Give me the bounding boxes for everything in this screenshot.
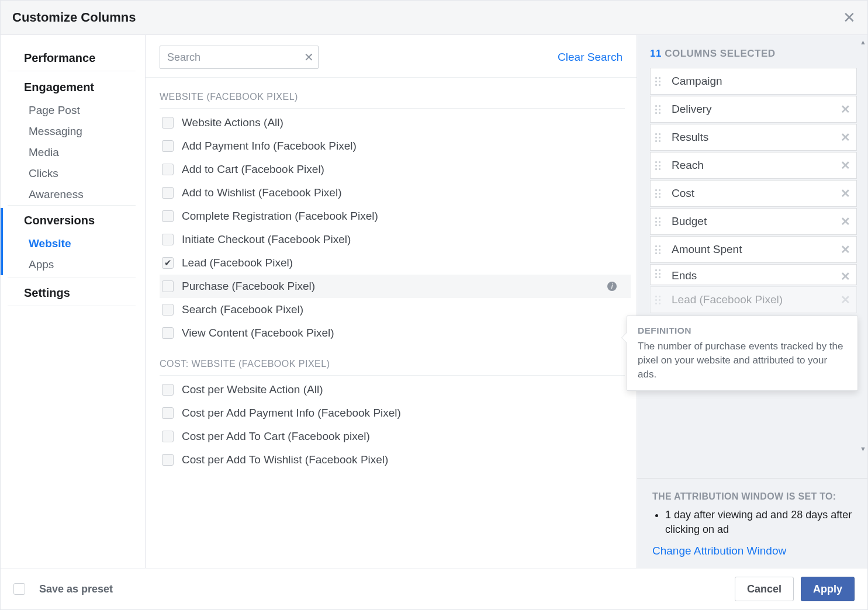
metric-checkbox[interactable] [162,407,174,419]
metric-checkbox[interactable] [162,454,174,466]
metric-label: Purchase (Facebook Pixel) [182,280,315,293]
remove-chip-icon[interactable]: ✕ [841,186,850,200]
sidebar-item-media[interactable]: Media [1,142,145,163]
metric-checkbox[interactable] [162,164,174,175]
metric-checkbox[interactable] [162,384,174,396]
sidebar-item-messaging[interactable]: Messaging [1,121,145,142]
close-icon[interactable]: ✕ [843,10,856,25]
metric-row[interactable]: Website Actions (All) [160,111,631,134]
dialog-header: Customize Columns ✕ [1,1,867,35]
customize-columns-dialog: Customize Columns ✕ Performance Engageme… [0,0,868,610]
metric-checkbox[interactable] [162,210,174,222]
chip-label: Amount Spent [672,243,841,256]
metric-checkbox[interactable] [162,117,174,129]
selected-chip[interactable]: Campaign [650,68,857,95]
selected-chip[interactable]: Amount Spent✕ [650,236,857,263]
drag-handle-icon[interactable] [655,189,666,198]
sidebar-item-clicks[interactable]: Clicks [1,163,145,184]
metric-row[interactable]: Cost per Add To Cart (Facebook pixel) [160,425,631,448]
dialog-body: Performance Engagement Page Post Messagi… [1,35,867,568]
metric-row[interactable]: Add to Cart (Facebook Pixel) [160,158,631,181]
metric-row[interactable]: ✔Lead (Facebook Pixel) [160,251,631,275]
selected-chip[interactable]: Ends✕ [650,264,857,285]
metric-row[interactable]: Cost per Add To Wishlist (Facebook Pixel… [160,448,631,472]
metric-checkbox[interactable] [162,187,174,199]
metric-checkbox[interactable] [162,234,174,245]
metric-row[interactable]: Add to Wishlist (Facebook Pixel) [160,181,631,205]
metric-row[interactable]: Complete Registration (Facebook Pixel) [160,205,631,228]
sidebar-heading-settings[interactable]: Settings [8,280,136,306]
sidebar-item-website[interactable]: Website [3,233,145,254]
remove-chip-icon[interactable]: ✕ [841,158,850,172]
remove-chip-icon[interactable]: ✕ [841,242,850,257]
sidebar-group-performance: Performance [1,46,145,71]
divider [8,205,136,206]
metric-label: Cost per Add To Wishlist (Facebook Pixel… [182,453,388,466]
metric-label: Cost per Website Action (All) [182,383,323,396]
drag-handle-icon[interactable] [655,77,666,86]
drag-handle-icon[interactable] [655,133,666,142]
remove-chip-icon[interactable]: ✕ [841,293,850,307]
chip-label: Budget [672,215,841,228]
metric-row[interactable]: Search (Facebook Pixel) [160,298,631,321]
metric-panel: ✕ Clear Search WEBSITE (FACEBOOK PIXEL)W… [146,35,637,568]
preset-label: Save as preset [39,583,113,595]
sidebar-item-page-post[interactable]: Page Post [1,100,145,121]
selected-chip[interactable]: Results✕ [650,124,857,151]
tooltip-heading: DEFINITION [638,325,847,336]
metric-label: Initiate Checkout (Facebook Pixel) [182,233,351,246]
metric-checkbox[interactable] [162,140,174,152]
apply-button[interactable]: Apply [801,577,855,601]
info-icon[interactable]: i [607,282,617,291]
metric-checkbox[interactable]: ✔ [162,257,174,269]
metric-row[interactable]: Add Payment Info (Facebook Pixel) [160,134,631,158]
drag-handle-icon[interactable] [655,161,666,170]
drag-handle-icon[interactable] [655,217,666,226]
metric-checkbox[interactable] [162,280,174,292]
change-attribution-link[interactable]: Change Attribution Window [652,545,786,557]
search-input[interactable] [160,46,319,69]
metric-label: Complete Registration (Facebook Pixel) [182,210,378,223]
selected-chip[interactable]: Lead (Facebook Pixel)✕ [650,286,857,313]
scroll-down-icon[interactable]: ▼ [860,445,866,452]
clear-search-link[interactable]: Clear Search [558,51,623,64]
metric-row[interactable]: Purchase (Facebook Pixel)i [160,275,631,298]
selected-count: 11 [650,48,662,59]
sidebar-heading-conversions[interactable]: Conversions [10,208,136,233]
remove-chip-icon[interactable]: ✕ [841,102,850,116]
attribution-panel: THE ATTRIBUTION WINDOW IS SET TO: 1 day … [637,478,867,568]
remove-chip-icon[interactable]: ✕ [841,269,850,283]
remove-chip-icon[interactable]: ✕ [841,130,850,144]
drag-handle-icon[interactable] [655,269,666,278]
sidebar-item-awareness[interactable]: Awareness [1,184,145,205]
selected-chip[interactable]: Cost✕ [650,180,857,207]
metric-row[interactable]: View Content (Facebook Pixel) [160,321,631,345]
chip-label: Results [672,131,841,144]
clear-input-icon[interactable]: ✕ [304,50,314,64]
sidebar-heading-engagement[interactable]: Engagement [8,75,136,100]
chip-label: Lead (Facebook Pixel) [672,293,841,306]
chip-label: Cost [672,187,841,200]
save-as-preset[interactable]: Save as preset [13,583,113,595]
drag-handle-icon[interactable] [655,245,666,254]
remove-chip-icon[interactable]: ✕ [841,214,850,228]
selected-chip[interactable]: Budget✕ [650,208,857,235]
metric-row[interactable]: Cost per Website Action (All) [160,378,631,401]
sidebar-item-apps[interactable]: Apps [3,254,145,275]
attribution-item: 1 day after viewing ad and 28 days after… [665,508,852,536]
selected-chip[interactable]: Delivery✕ [650,96,857,123]
metric-row[interactable]: Cost per Add Payment Info (Facebook Pixe… [160,401,631,425]
metric-list[interactable]: WEBSITE (FACEBOOK PIXEL)Website Actions … [146,78,637,568]
metric-label: Lead (Facebook Pixel) [182,257,293,269]
drag-handle-icon[interactable] [655,105,666,114]
cancel-button[interactable]: Cancel [735,577,794,601]
metric-checkbox[interactable] [162,304,174,316]
metric-checkbox[interactable] [162,327,174,339]
preset-checkbox[interactable] [13,583,25,595]
metric-label: Add Payment Info (Facebook Pixel) [182,140,357,152]
selected-chip[interactable]: Reach✕ [650,152,857,179]
metric-row[interactable]: Initiate Checkout (Facebook Pixel) [160,228,631,251]
drag-handle-icon[interactable] [655,296,666,304]
sidebar-heading-performance[interactable]: Performance [8,46,136,71]
metric-checkbox[interactable] [162,431,174,442]
